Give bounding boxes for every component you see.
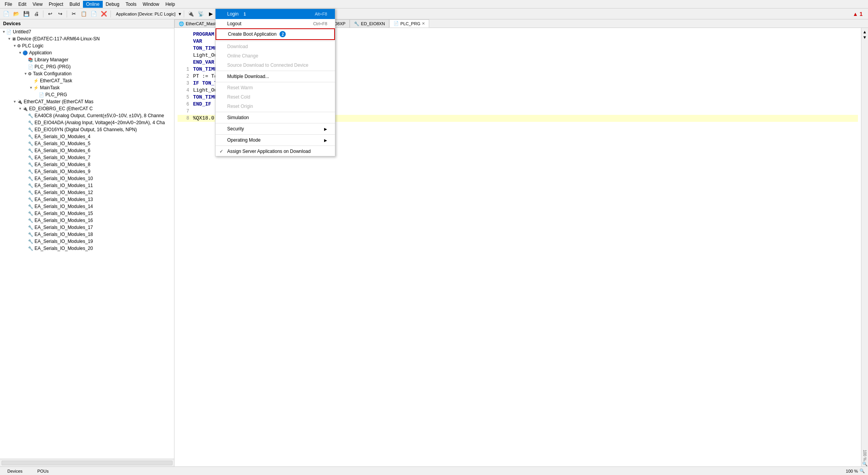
- menu-label-online_change: Online Change: [227, 53, 258, 59]
- tree-item-ea_serials_14[interactable]: 🔧EA_Serials_IO_Modules_14: [0, 203, 174, 210]
- tree-item-ea_serials_16[interactable]: 🔧EA_Serials_IO_Modules_16: [0, 217, 174, 224]
- expand-icon-task_config[interactable]: ▼: [23, 72, 28, 76]
- menu-separator: [216, 41, 335, 41]
- menu-item-create_boot[interactable]: Create Boot Application2: [216, 28, 335, 40]
- toolbar-copy[interactable]: 📋: [79, 10, 88, 18]
- tree-icon-device: 🖥: [12, 36, 16, 41]
- menu-item-logout[interactable]: LogoutCtrl+F8: [216, 19, 335, 28]
- tree-item-task_config[interactable]: ▼⚙Task Configuration: [0, 70, 174, 77]
- menu-tools[interactable]: Tools: [123, 1, 140, 8]
- menu-build[interactable]: Build: [66, 1, 83, 8]
- menu-edit[interactable]: Edit: [15, 1, 29, 8]
- tree-item-ea_serials_19[interactable]: 🔧EA_Serials_IO_Modules_19: [0, 238, 174, 245]
- menu-item-left-reset_warm: Reset Warm: [219, 85, 253, 90]
- menu-help[interactable]: Help: [162, 1, 178, 8]
- right-tools: ▲ ▼ 100 % 🔍: [861, 28, 868, 466]
- menu-item-login[interactable]: Login1Alt+F8: [216, 9, 335, 19]
- menu-online[interactable]: Online: [83, 1, 103, 8]
- expand-icon-device[interactable]: ▼: [7, 37, 12, 41]
- toolbar-connect[interactable]: 🔌: [186, 10, 195, 18]
- tree-label-application: Application: [29, 50, 52, 55]
- tree-item-ethercat_task[interactable]: ⚡EtherCAT_Task: [0, 77, 174, 84]
- menu-file[interactable]: File: [2, 1, 15, 8]
- menu-item-security[interactable]: Security▶: [216, 124, 335, 133]
- tree-item-ea_serials_18[interactable]: 🔧EA_Serials_IO_Modules_18: [0, 231, 174, 238]
- menu-view[interactable]: View: [29, 1, 46, 8]
- tab-plc_prg[interactable]: 📄 PLC_PRG ✕: [389, 19, 429, 28]
- tree-item-ed_eio16yn[interactable]: 🔧ED_EIO16YN (Digital Output, 16 Channels…: [0, 126, 174, 133]
- tree-item-ea_serials_12[interactable]: 🔧EA_Serials_IO_Modules_12: [0, 189, 174, 196]
- menu-item-operating_mode[interactable]: Operating Mode▶: [216, 135, 335, 145]
- toolbar-cut[interactable]: ✂: [69, 10, 78, 18]
- sidebar: Devices ▼📄Untitled7▼🖥Device (EDATEC-117-…: [0, 19, 174, 466]
- toolbar-delete[interactable]: ❌: [99, 10, 109, 18]
- tree-item-plc_logic[interactable]: ▼⚙PLC Logic: [0, 42, 174, 49]
- menu-label-create_boot: Create Boot Application: [228, 31, 276, 37]
- tree-item-ea_serials_5[interactable]: 🔧EA_Serials_IO_Modules_5: [0, 140, 174, 147]
- menu-item-left-create_boot: Create Boot Application2: [220, 31, 286, 37]
- menu-item-simulation[interactable]: Simulation: [216, 113, 335, 122]
- horizontal-scrollbar[interactable]: [2, 461, 173, 465]
- tree-item-ea_serials_7[interactable]: 🔧EA_Serials_IO_Modules_7: [0, 154, 174, 161]
- zoom-icon[interactable]: 🔍: [859, 468, 865, 473]
- tree-label-ea_serials_16: EA_Serials_IO_Modules_16: [35, 218, 93, 223]
- menu-label-assign_server: Assign Server Applications on Download: [227, 149, 311, 154]
- tree-item-plc_prg2[interactable]: 📄PLC_PRG: [0, 91, 174, 98]
- tree-item-ea_serials_20[interactable]: 🔧EA_Serials_IO_Modules_20: [0, 245, 174, 252]
- tree-icon-ea_serials_10: 🔧: [28, 176, 33, 181]
- tree-item-ea_serials_13[interactable]: 🔧EA_Serials_IO_Modules_13: [0, 196, 174, 203]
- menu-label-multiple_download: Multiple Download...: [227, 74, 269, 79]
- menu-project[interactable]: Project: [46, 1, 66, 8]
- tab-ed_eio8xn[interactable]: 🔧 ED_EIO8XN: [350, 19, 389, 28]
- dropdown-arrow[interactable]: ▼: [178, 12, 182, 16]
- toolbar-scan[interactable]: 📡: [196, 10, 205, 18]
- expand-icon-ethercat_master[interactable]: ▼: [12, 100, 17, 104]
- tools-btn-1[interactable]: ▲: [863, 29, 867, 34]
- tree-item-ea_serials_8[interactable]: 🔧EA_Serials_IO_Modules_8: [0, 161, 174, 168]
- tree-item-maintask[interactable]: ▼⚡MainTask: [0, 84, 174, 91]
- menu-window[interactable]: Window: [140, 1, 162, 8]
- tree-item-ea_serials_15[interactable]: 🔧EA_Serials_IO_Modules_15: [0, 210, 174, 217]
- tree-item-ed_eiobrg[interactable]: ▼🔌ED_EIOBRG_EC (EtherCAT C: [0, 105, 174, 112]
- tree-icon-ea_serials_5: 🔧: [28, 141, 33, 146]
- tree-item-ed_eio4ada[interactable]: 🔧ED_EIO4ADA (Analog Input, Voltage(4~20m…: [0, 119, 174, 126]
- tree-item-ea_serials_4[interactable]: 🔧EA_Serials_IO_Modules_4: [0, 133, 174, 140]
- menu-item-assign_server[interactable]: ✓Assign Server Applications on Download: [216, 147, 335, 156]
- menu-item-multiple_download[interactable]: Multiple Download...: [216, 72, 335, 81]
- statusbar-devices-tab[interactable]: Devices: [3, 468, 27, 475]
- expand-icon-untitled7[interactable]: ▼: [2, 30, 6, 34]
- expand-icon-ed_eiobrg[interactable]: ▼: [18, 107, 22, 111]
- tree-item-plc_prg[interactable]: 📄PLC_PRG (PRG): [0, 63, 174, 70]
- toolbar-paste[interactable]: 📄: [89, 10, 98, 18]
- tree-item-ea_serials_11[interactable]: 🔧EA_Serials_IO_Modules_11: [0, 182, 174, 189]
- tree-item-ethercat_master[interactable]: ▼🔌EtherCAT_Master (EtherCAT Mas: [0, 98, 174, 105]
- zoom-btn[interactable]: 🔍: [862, 461, 868, 466]
- toolbar-open[interactable]: 📂: [12, 10, 21, 18]
- tab-label-ethercat_master: EtherCAT_Master: [186, 21, 219, 26]
- toolbar-redo[interactable]: ↪: [55, 10, 65, 18]
- toolbar-new[interactable]: 📄: [2, 10, 11, 18]
- submenu-arrow-security: ▶: [324, 127, 327, 131]
- toolbar-run[interactable]: ▶: [206, 10, 216, 18]
- tree-item-ea_serials_6[interactable]: 🔧EA_Serials_IO_Modules_6: [0, 147, 174, 154]
- expand-icon-plc_logic[interactable]: ▼: [12, 44, 17, 48]
- tree-item-ea_serials_10[interactable]: 🔧EA_Serials_IO_Modules_10: [0, 175, 174, 182]
- sidebar-content[interactable]: ▼📄Untitled7▼🖥Device (EDATEC-117-ARM64-Li…: [0, 28, 174, 459]
- toolbar-save[interactable]: 💾: [22, 10, 31, 18]
- tree-item-application[interactable]: ▼🔵Application: [0, 49, 174, 56]
- tree-item-ea_serials_9[interactable]: 🔧EA_Serials_IO_Modules_9: [0, 168, 174, 175]
- tree-item-library_manager[interactable]: 📚Library Manager: [0, 56, 174, 63]
- toolbar-print[interactable]: 🖨: [32, 10, 41, 18]
- expand-icon-application[interactable]: ▼: [18, 51, 22, 55]
- tree-item-ea_serials_17[interactable]: 🔧EA_Serials_IO_Modules_17: [0, 224, 174, 231]
- tab-close-plc_prg[interactable]: ✕: [422, 21, 425, 26]
- tree-item-device[interactable]: ▼🖥Device (EDATEC-117-ARM64-Linux-SN: [0, 35, 174, 42]
- statusbar-zoom: 100 % 🔍: [846, 468, 865, 473]
- tools-btn-2[interactable]: ▼: [863, 35, 867, 40]
- tree-item-ea40c8[interactable]: 🔧EA40C8 (Analog Output, Current(±5V,0~10…: [0, 112, 174, 119]
- statusbar-pous-tab[interactable]: POUs: [33, 468, 53, 475]
- menu-debug[interactable]: Debug: [103, 1, 123, 8]
- toolbar-undo[interactable]: ↩: [45, 10, 55, 18]
- tree-item-untitled7[interactable]: ▼📄Untitled7: [0, 28, 174, 35]
- expand-icon-maintask[interactable]: ▼: [29, 86, 33, 90]
